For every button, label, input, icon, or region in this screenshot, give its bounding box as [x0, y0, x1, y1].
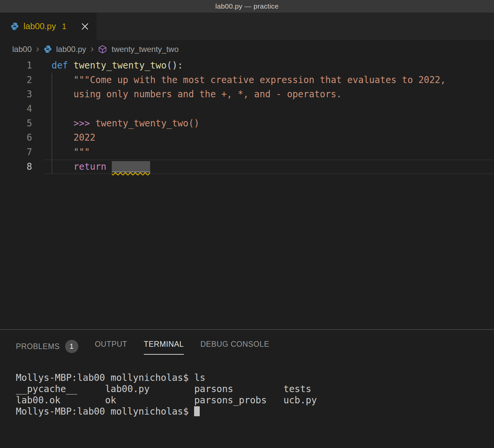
line-number: 2 — [0, 73, 32, 87]
terminal-line: Mollys-MBP:lab00 mollynicholas$ — [16, 406, 494, 417]
token-string: using only numbers and the +, *, and - o… — [73, 89, 342, 99]
token-plain — [52, 161, 73, 172]
terminal-text: __pycache__ lab00.py parsons tests — [16, 383, 311, 394]
code-line-7[interactable]: 7 """ — [0, 145, 494, 159]
line-content: """Come up with the most creative expres… — [43, 73, 494, 87]
token-keyword: def — [52, 60, 68, 70]
panel-tab-label: PROBLEMS — [16, 342, 60, 351]
token-control: >>> — [73, 118, 90, 128]
terminal-line: __pycache__ lab00.py parsons tests — [16, 383, 494, 395]
bottom-panel: PROBLEMS1OUTPUTTERMINALDEBUG CONSOLE Mol… — [0, 329, 494, 447]
token-plain — [106, 161, 112, 172]
terminal[interactable]: Mollys-MBP:lab00 mollynicholas$ ls__pyca… — [0, 359, 494, 417]
code-line-2[interactable]: 2 """Come up with the most creative expr… — [0, 73, 494, 87]
line-content — [43, 102, 494, 116]
panel-tab-label: OUTPUT — [95, 340, 127, 349]
token-plain — [52, 74, 73, 85]
panel-tab-label: DEBUG CONSOLE — [200, 340, 269, 349]
window-title: lab00.py — practice — [215, 2, 278, 10]
code-line-4[interactable]: 4 — [0, 102, 494, 116]
tab-problem-count-badge: 1 — [62, 22, 66, 31]
window-titlebar: lab00.py — practice — [0, 0, 494, 13]
breadcrumb-symbol[interactable]: twenty_twenty_two — [111, 45, 179, 54]
chevron-right-icon: › — [90, 44, 94, 55]
token-string: """Come up with the most creative expres… — [73, 74, 446, 85]
panel-tab-terminal[interactable]: TERMINAL — [144, 340, 184, 355]
line-number: 6 — [0, 130, 32, 145]
panel-tab-problems[interactable]: PROBLEMS1 — [16, 340, 78, 359]
line-number: 5 — [0, 116, 32, 131]
panel-tab-debug-console[interactable]: DEBUG CONSOLE — [200, 340, 269, 355]
token-plain — [52, 132, 73, 143]
code-line-1[interactable]: 1def twenty_twenty_two(): — [0, 58, 494, 73]
symbol-cube-icon — [98, 45, 107, 54]
code-line-5[interactable]: 5 >>> twenty_twenty_two() — [0, 116, 494, 131]
panel-tab-label: TERMINAL — [144, 340, 184, 349]
line-number: 7 — [0, 145, 32, 159]
breadcrumb: lab00 › lab00.py › twenty_twenty_two — [0, 40, 494, 58]
token-plain: (): — [167, 60, 183, 70]
terminal-line: lab00.ok ok parsons_probs ucb.py — [16, 395, 494, 406]
terminal-cursor — [194, 406, 200, 416]
code-line-3[interactable]: 3 using only numbers and the +, *, and -… — [0, 87, 494, 102]
terminal-text: Mollys-MBP:lab00 mollynicholas$ — [16, 406, 194, 417]
terminal-text: Mollys-MBP:lab00 mollynicholas$ ls — [16, 372, 205, 383]
line-number: 3 — [0, 87, 32, 102]
close-icon[interactable] — [79, 21, 91, 32]
terminal-text: lab00.ok ok parsons_probs ucb.py — [16, 395, 317, 406]
line-number: 1 — [0, 58, 32, 73]
token-string: """ — [73, 147, 90, 157]
token-string: twenty_twenty_two() — [95, 118, 199, 128]
selected-blank-with-warning-squiggle: _______ — [112, 161, 150, 172]
python-icon — [44, 45, 52, 53]
token-plain — [52, 118, 73, 128]
chevron-right-icon: › — [36, 44, 39, 55]
line-content: """ — [43, 145, 494, 159]
tab-filename: lab00.py — [23, 21, 56, 31]
token-function: twenty_twenty_two — [73, 60, 166, 70]
token-plain — [90, 118, 96, 128]
code-line-6[interactable]: 6 2022 — [0, 130, 494, 145]
token-plain — [52, 89, 73, 99]
code-editor[interactable]: 1def twenty_twenty_two():2 """Come up wi… — [0, 58, 494, 329]
panel-tab-output[interactable]: OUTPUT — [95, 340, 127, 355]
line-number: 4 — [0, 102, 32, 116]
breadcrumb-folder[interactable]: lab00 — [12, 45, 32, 54]
terminal-line: Mollys-MBP:lab00 mollynicholas$ ls — [16, 372, 494, 383]
tab-lab00-py[interactable]: lab00.py 1 — [0, 13, 97, 40]
python-icon — [11, 22, 19, 30]
line-content: 2022 — [43, 130, 494, 145]
line-content: def twenty_twenty_two(): — [43, 58, 494, 73]
breadcrumb-file[interactable]: lab00.py — [56, 45, 86, 54]
code-line-8[interactable]: 8 return _______ — [0, 159, 494, 174]
code-lines: 1def twenty_twenty_two():2 """Come up wi… — [0, 58, 494, 174]
panel-tab-bar: PROBLEMS1OUTPUTTERMINALDEBUG CONSOLE — [0, 330, 494, 359]
problems-count-badge: 1 — [65, 340, 78, 353]
editor-tab-bar: lab00.py 1 — [0, 13, 494, 40]
token-control: return — [73, 161, 106, 172]
token-string: 2022 — [73, 132, 95, 143]
token-plain — [68, 60, 74, 70]
indent-guide — [52, 73, 52, 174]
token-plain — [52, 147, 73, 157]
line-content: return _______ — [43, 159, 494, 174]
line-content: >>> twenty_twenty_two() — [43, 116, 494, 131]
line-content: using only numbers and the +, *, and - o… — [43, 87, 494, 102]
line-number: 8 — [0, 159, 32, 174]
